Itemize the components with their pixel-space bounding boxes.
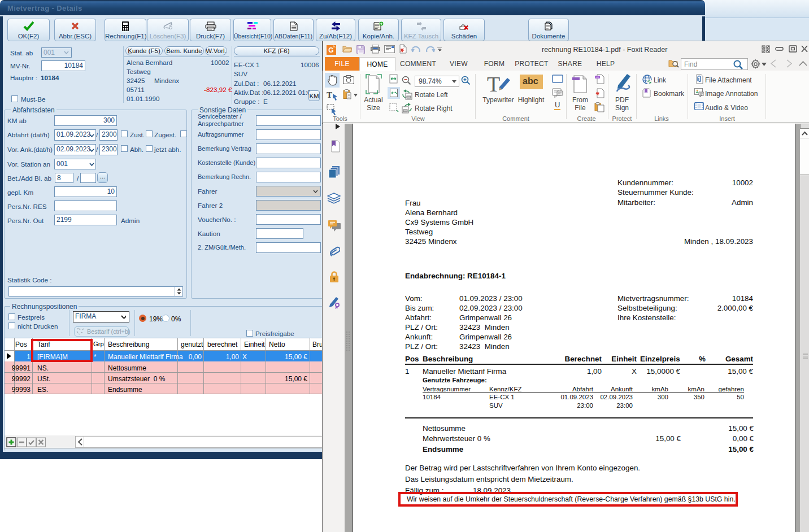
svg-text:T: T	[327, 90, 332, 99]
svg-text:G: G	[328, 46, 333, 54]
svg-text:T: T	[487, 73, 500, 96]
